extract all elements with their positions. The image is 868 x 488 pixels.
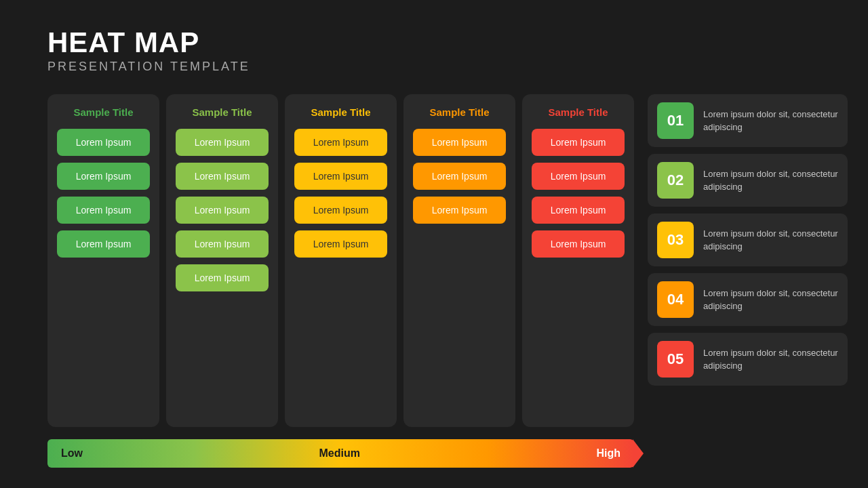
cell-col3-1: Lorem Ipsum bbox=[294, 163, 387, 190]
cell-col2-4: Lorem Ipsum bbox=[176, 264, 269, 291]
item-text-5: Lorem ipsum dolor sit, consectetur adipi… bbox=[703, 346, 838, 373]
item-text-1: Lorem ipsum dolor sit, consectetur adipi… bbox=[703, 108, 838, 134]
legend-high: High bbox=[596, 447, 620, 460]
column-title-col5: Sample Title bbox=[532, 106, 625, 118]
item-text-4: Lorem ipsum dolor sit, consectetur adipi… bbox=[703, 287, 838, 313]
cell-col1-1: Lorem Ipsum bbox=[57, 163, 150, 190]
columns-row: Sample TitleLorem IpsumLorem IpsumLorem … bbox=[47, 94, 634, 427]
cell-col2-3: Lorem Ipsum bbox=[176, 230, 269, 258]
number-badge-3: 03 bbox=[657, 222, 694, 258]
legend-bar: Low Medium High bbox=[47, 439, 634, 468]
column-col2: Sample TitleLorem IpsumLorem IpsumLorem … bbox=[166, 94, 278, 427]
header: HEAT MAP PRESENTATION TEMPLATE bbox=[47, 27, 834, 74]
main-content: Sample TitleLorem IpsumLorem IpsumLorem … bbox=[47, 94, 834, 468]
column-col5: Sample TitleLorem IpsumLorem IpsumLorem … bbox=[522, 94, 634, 427]
heat-grid: Sample TitleLorem IpsumLorem IpsumLorem … bbox=[47, 94, 634, 468]
item-text-2: Lorem ipsum dolor sit, consectetur adipi… bbox=[703, 167, 838, 194]
column-col1: Sample TitleLorem IpsumLorem IpsumLorem … bbox=[47, 94, 159, 427]
legend-low: Low bbox=[61, 447, 83, 460]
cell-col1-3: Lorem Ipsum bbox=[57, 230, 150, 258]
cell-col1-0: Lorem Ipsum bbox=[57, 129, 150, 156]
column-col3: Sample TitleLorem IpsumLorem IpsumLorem … bbox=[285, 94, 397, 427]
item-text-3: Lorem ipsum dolor sit, consectetur adipi… bbox=[703, 227, 838, 253]
cell-col2-1: Lorem Ipsum bbox=[176, 163, 269, 190]
cell-col3-0: Lorem Ipsum bbox=[294, 129, 387, 156]
page-title: HEAT MAP bbox=[47, 27, 834, 58]
number-badge-5: 05 bbox=[657, 341, 694, 378]
cell-col2-0: Lorem Ipsum bbox=[176, 129, 269, 156]
page: HEAT MAP PRESENTATION TEMPLATE Sample Ti… bbox=[0, 0, 868, 488]
cell-col4-2: Lorem Ipsum bbox=[413, 197, 506, 224]
column-title-col3: Sample Title bbox=[294, 106, 387, 118]
number-badge-2: 02 bbox=[657, 162, 694, 199]
column-title-col4: Sample Title bbox=[413, 106, 506, 118]
cell-col2-2: Lorem Ipsum bbox=[176, 197, 269, 224]
cell-col5-3: Lorem Ipsum bbox=[532, 230, 625, 258]
numbered-item-2: 02Lorem ipsum dolor sit, consectetur adi… bbox=[648, 154, 848, 207]
cell-col1-2: Lorem Ipsum bbox=[57, 197, 150, 224]
cell-col4-0: Lorem Ipsum bbox=[413, 129, 506, 156]
right-panel: 01Lorem ipsum dolor sit, consectetur adi… bbox=[648, 94, 848, 468]
cell-col5-1: Lorem Ipsum bbox=[532, 163, 625, 190]
numbered-item-3: 03Lorem ipsum dolor sit, consectetur adi… bbox=[648, 214, 848, 266]
cell-col3-2: Lorem Ipsum bbox=[294, 197, 387, 224]
numbered-item-5: 05Lorem ipsum dolor sit, consectetur adi… bbox=[648, 333, 848, 386]
legend-medium: Medium bbox=[319, 447, 360, 460]
column-title-col1: Sample Title bbox=[57, 106, 150, 118]
page-subtitle: PRESENTATION TEMPLATE bbox=[47, 60, 834, 74]
number-badge-1: 01 bbox=[657, 102, 694, 139]
cell-col4-1: Lorem Ipsum bbox=[413, 163, 506, 190]
column-col4: Sample TitleLorem IpsumLorem IpsumLorem … bbox=[403, 94, 515, 427]
cell-col5-2: Lorem Ipsum bbox=[532, 197, 625, 224]
numbered-item-1: 01Lorem ipsum dolor sit, consectetur adi… bbox=[648, 94, 848, 147]
numbered-item-4: 04Lorem ipsum dolor sit, consectetur adi… bbox=[648, 273, 848, 326]
cell-col3-3: Lorem Ipsum bbox=[294, 230, 387, 258]
column-title-col2: Sample Title bbox=[176, 106, 269, 118]
cell-col5-0: Lorem Ipsum bbox=[532, 129, 625, 156]
number-badge-4: 04 bbox=[657, 281, 694, 318]
